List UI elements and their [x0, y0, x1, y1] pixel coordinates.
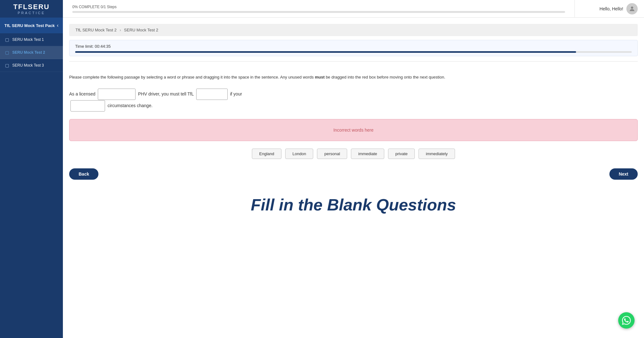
top-bar: TFLSERU PRACTICE 0% COMPLETE 0/1 Steps H…: [0, 0, 644, 18]
sidebar-pack-title: TfL SERU Mock Test Pack: [4, 23, 55, 28]
sidebar-item-label-test3: SERU Mock Test 3: [12, 63, 44, 68]
instructions-text: Please complete the following passage by…: [69, 75, 315, 79]
incorrect-box-label: Incorrect words here: [333, 128, 374, 133]
sidebar-item-test3[interactable]: ▢ SERU Mock Test 3: [0, 59, 63, 72]
user-area: Hello, Hello!: [575, 3, 644, 14]
timer-label: Time limit: 00:44:35: [75, 44, 632, 49]
word-chip-england[interactable]: England: [252, 149, 281, 159]
timer-bar: Time limit: 00:44:35: [69, 40, 638, 56]
bottom-heading: Fill in the Blank Questions: [63, 186, 644, 221]
breadcrumb: TfL SERU Mock Test 2 › SERU Mock Test 2: [69, 24, 638, 36]
breadcrumb-separator: ›: [119, 28, 121, 32]
progress-text: 0% COMPLETE 0/1 Steps: [72, 5, 565, 9]
back-button[interactable]: Back: [69, 168, 98, 180]
button-row: Back Next: [69, 168, 638, 180]
incorrect-words-box[interactable]: Incorrect words here: [69, 119, 638, 141]
sidebar-item-test2[interactable]: ▢ SERU Mock Test 2: [0, 46, 63, 59]
svg-point-0: [631, 6, 633, 8]
whatsapp-icon: [622, 316, 631, 325]
sentence-area: As a licensed PHV driver, you must tell …: [69, 88, 638, 112]
progress-area: 0% COMPLETE 0/1 Steps: [63, 0, 575, 17]
sentence-prefix: As a licensed: [69, 91, 95, 96]
logo-title: TFLSERU: [13, 3, 49, 11]
word-chip-personal[interactable]: personal: [317, 149, 347, 159]
sidebar-chevron-icon: ‹: [57, 23, 58, 28]
logo-subtitle: PRACTICE: [18, 11, 45, 15]
blank-box-1[interactable]: [98, 89, 136, 100]
progress-bar-background: [72, 11, 565, 13]
timer-progress-background: [75, 51, 632, 53]
timer-progress-fill: [75, 51, 576, 53]
sidebar-item-test1[interactable]: ▢ SERU Mock Test 1: [0, 33, 63, 46]
test3-icon: ▢: [5, 63, 9, 68]
word-chips-container: England London personal immediate privat…: [69, 149, 638, 159]
word-chip-immediate[interactable]: immediate: [351, 149, 384, 159]
whatsapp-fab[interactable]: [618, 312, 635, 329]
test1-icon: ▢: [5, 37, 9, 42]
sentence-middle: PHV driver, you must tell TfL: [138, 91, 194, 96]
sidebar: TfL SERU Mock Test Pack ‹ ▢ SERU Mock Te…: [0, 18, 63, 338]
sidebar-pack-header[interactable]: TfL SERU Mock Test Pack ‹: [0, 18, 63, 33]
next-button[interactable]: Next: [609, 168, 638, 180]
test2-icon: ▢: [5, 50, 9, 55]
sentence-end: if your: [230, 91, 242, 96]
sentence-last: circumstances change.: [108, 103, 153, 108]
word-chip-london[interactable]: London: [285, 149, 313, 159]
word-chip-immediately[interactable]: immediately: [419, 149, 455, 159]
sidebar-item-label-test1: SERU Mock Test 1: [12, 37, 44, 42]
instructions-end: be dragged into the red box before movin…: [325, 75, 445, 79]
main-layout: TfL SERU Mock Test Pack ‹ ▢ SERU Mock Te…: [0, 18, 644, 338]
user-greeting: Hello, Hello!: [600, 6, 623, 11]
logo-area: TFLSERU PRACTICE: [0, 0, 63, 18]
breadcrumb-part2: SERU Mock Test 2: [124, 28, 158, 32]
breadcrumb-part1: TfL SERU Mock Test 2: [75, 28, 117, 32]
question-area: Please complete the following passage by…: [69, 68, 638, 186]
word-chip-private[interactable]: private: [388, 149, 415, 159]
question-instructions: Please complete the following passage by…: [69, 74, 638, 81]
main-content: TfL SERU Mock Test 2 › SERU Mock Test 2 …: [63, 18, 644, 338]
instructions-bold: must: [315, 75, 325, 79]
blank-box-2[interactable]: [196, 89, 228, 100]
blank-box-3[interactable]: [70, 100, 105, 112]
sidebar-item-label-test2: SERU Mock Test 2: [12, 50, 45, 55]
divider: [69, 61, 638, 62]
avatar: [626, 3, 638, 14]
